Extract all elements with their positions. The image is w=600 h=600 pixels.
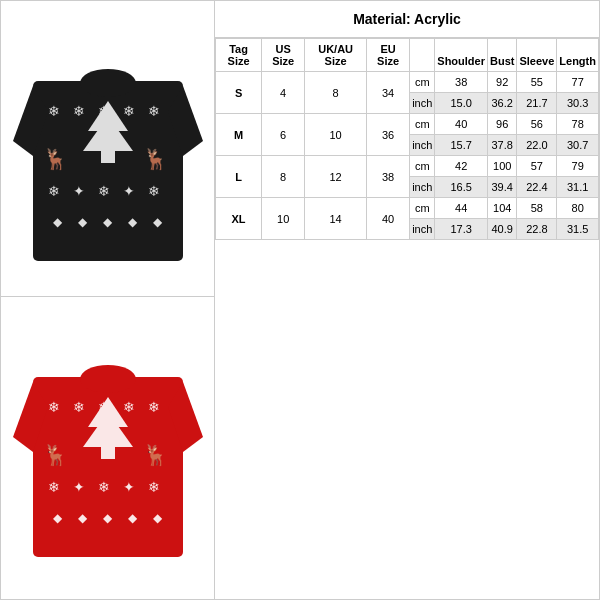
svg-text:◆: ◆ — [78, 215, 88, 229]
eu-size-cell: 40 — [367, 198, 410, 240]
shoulder-cm-cell: 38 — [435, 72, 488, 93]
shoulder-cm-cell: 44 — [435, 198, 488, 219]
svg-text:❄: ❄ — [73, 103, 85, 119]
svg-text:❄: ❄ — [48, 399, 60, 415]
shoulder-inch-cell: 16.5 — [435, 177, 488, 198]
bust-inch-cell: 37.8 — [487, 135, 516, 156]
unit-inch-cell: inch — [410, 219, 435, 240]
svg-text:❄: ❄ — [48, 183, 60, 199]
svg-text:🦌: 🦌 — [43, 147, 68, 171]
size-chart-panel: Material: Acrylic Tag Size US Size UK/AU… — [215, 0, 600, 600]
svg-text:◆: ◆ — [53, 215, 63, 229]
sleeve-inch-cell: 22.0 — [517, 135, 557, 156]
svg-text:◆: ◆ — [128, 511, 138, 525]
tag-size-header: Tag Size — [216, 39, 262, 72]
svg-text:❄: ❄ — [123, 103, 135, 119]
us-size-cell: 4 — [262, 72, 305, 114]
ukau-size-cell: 8 — [305, 72, 367, 114]
length-inch-cell: 31.5 — [557, 219, 599, 240]
sleeve-inch-cell: 22.4 — [517, 177, 557, 198]
bust-cm-cell: 104 — [487, 198, 516, 219]
svg-text:✦: ✦ — [123, 183, 135, 199]
material-header: Material: Acrylic — [215, 1, 599, 38]
svg-text:◆: ◆ — [153, 511, 163, 525]
svg-text:✦: ✦ — [73, 183, 85, 199]
svg-point-3 — [80, 69, 136, 97]
length-inch-cell: 31.1 — [557, 177, 599, 198]
length-cm-cell: 78 — [557, 114, 599, 135]
sleeve-cm-cell: 56 — [517, 114, 557, 135]
us-size-cell: 8 — [262, 156, 305, 198]
bust-inch-cell: 36.2 — [487, 93, 516, 114]
shoulder-cm-cell: 42 — [435, 156, 488, 177]
svg-text:◆: ◆ — [153, 215, 163, 229]
table-row: S 4 8 34 cm 38 92 55 77 — [216, 72, 599, 93]
svg-text:❄: ❄ — [48, 103, 60, 119]
ukau-size-header: UK/AU Size — [305, 39, 367, 72]
sleeve-cm-cell: 57 — [517, 156, 557, 177]
svg-text:❄: ❄ — [98, 183, 110, 199]
unit-cm-cell: cm — [410, 114, 435, 135]
table-row: XL 10 14 40 cm 44 104 58 80 — [216, 198, 599, 219]
svg-text:✦: ✦ — [73, 479, 85, 495]
svg-text:◆: ◆ — [53, 511, 63, 525]
svg-text:❄: ❄ — [148, 103, 160, 119]
ukau-size-cell: 14 — [305, 198, 367, 240]
tag-size-cell: S — [216, 72, 262, 114]
bust-cm-cell: 100 — [487, 156, 516, 177]
unit-cm-cell: cm — [410, 72, 435, 93]
eu-size-header: EU Size — [367, 39, 410, 72]
ukau-size-cell: 10 — [305, 114, 367, 156]
svg-text:❄: ❄ — [123, 399, 135, 415]
svg-text:🦌: 🦌 — [143, 147, 168, 171]
unit-cm-cell: cm — [410, 198, 435, 219]
shoulder-inch-cell: 15.0 — [435, 93, 488, 114]
length-header: Length — [557, 39, 599, 72]
red-sweater-image: ❄ ❄ ❄ ❄ ❄ 🦌 🦌 ❄ ✦ ❄ ✦ ❄ ◆ ◆ ◆ ◆ ◆ — [1, 296, 214, 591]
tag-size-cell: L — [216, 156, 262, 198]
shoulder-cm-cell: 40 — [435, 114, 488, 135]
svg-text:◆: ◆ — [128, 215, 138, 229]
black-sweater-image: ❄ ❄ ❄ ❄ ❄ 🦌 🦌 ❄ ✦ ❄ ✦ ❄ ◆ — [1, 1, 214, 296]
svg-text:🦌: 🦌 — [43, 443, 68, 467]
unit-header — [410, 39, 435, 72]
tag-size-cell: M — [216, 114, 262, 156]
sweater-images-panel: ❄ ❄ ❄ ❄ ❄ 🦌 🦌 ❄ ✦ ❄ ✦ ❄ ◆ — [0, 0, 215, 600]
tag-size-cell: XL — [216, 198, 262, 240]
bust-inch-cell: 39.4 — [487, 177, 516, 198]
ukau-size-cell: 12 — [305, 156, 367, 198]
shoulder-inch-cell: 15.7 — [435, 135, 488, 156]
sleeve-cm-cell: 58 — [517, 198, 557, 219]
unit-cm-cell: cm — [410, 156, 435, 177]
bust-cm-cell: 92 — [487, 72, 516, 93]
svg-text:◆: ◆ — [78, 511, 88, 525]
us-size-cell: 6 — [262, 114, 305, 156]
us-size-header: US Size — [262, 39, 305, 72]
shoulder-inch-cell: 17.3 — [435, 219, 488, 240]
length-cm-cell: 80 — [557, 198, 599, 219]
length-inch-cell: 30.3 — [557, 93, 599, 114]
sleeve-header: Sleeve — [517, 39, 557, 72]
size-table: Tag Size US Size UK/AU Size EU Size Shou… — [215, 38, 599, 240]
svg-text:🦌: 🦌 — [143, 443, 168, 467]
table-row: L 8 12 38 cm 42 100 57 79 — [216, 156, 599, 177]
svg-point-27 — [80, 365, 136, 393]
length-cm-cell: 79 — [557, 156, 599, 177]
svg-rect-35 — [101, 447, 115, 459]
svg-text:✦: ✦ — [123, 479, 135, 495]
svg-text:❄: ❄ — [73, 399, 85, 415]
unit-inch-cell: inch — [410, 135, 435, 156]
bust-cm-cell: 96 — [487, 114, 516, 135]
bust-header: Bust — [487, 39, 516, 72]
table-row: M 6 10 36 cm 40 96 56 78 — [216, 114, 599, 135]
unit-inch-cell: inch — [410, 177, 435, 198]
svg-text:❄: ❄ — [98, 479, 110, 495]
eu-size-cell: 38 — [367, 156, 410, 198]
unit-inch-cell: inch — [410, 93, 435, 114]
shoulder-header: Shoulder — [435, 39, 488, 72]
svg-text:❄: ❄ — [148, 479, 160, 495]
length-inch-cell: 30.7 — [557, 135, 599, 156]
svg-text:◆: ◆ — [103, 215, 113, 229]
eu-size-cell: 36 — [367, 114, 410, 156]
bust-inch-cell: 40.9 — [487, 219, 516, 240]
